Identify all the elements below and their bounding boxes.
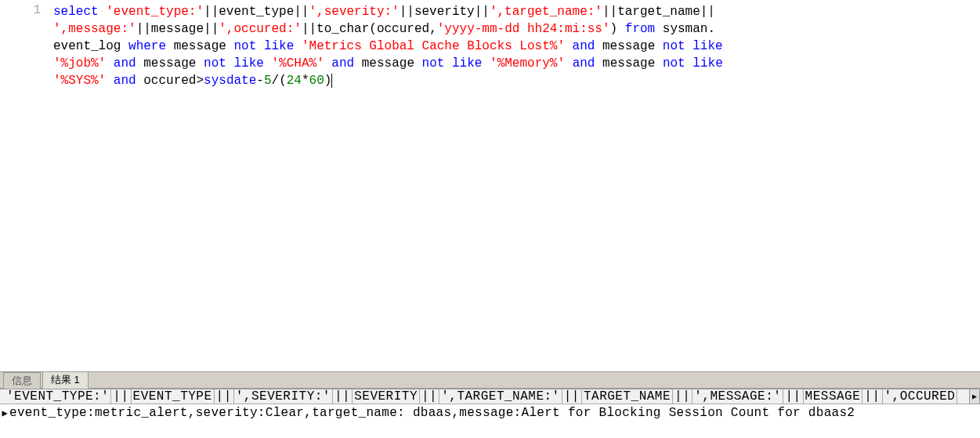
col-header[interactable]: ',SEVERITY:' [234,389,333,404]
col-header[interactable]: EVENT_TYPE [132,389,215,404]
str: ',message:' [53,22,136,36]
str: '%SYS%' [53,74,106,88]
str: '%job%' [53,56,106,71]
str: 'Metrics Global Cache Blocks Lost%' [302,39,565,53]
str: 'event_type:' [106,5,204,19]
scrollbar-right-icon[interactable]: ▶ [969,389,980,404]
col-header[interactable]: ',MESSAGE:' [693,389,783,404]
line-number: 1 [0,3,41,17]
str: ',occured:' [219,22,302,36]
col-header[interactable]: TARGET_NAME [582,389,673,404]
col-header[interactable]: SEVERITY [353,389,420,404]
col-header[interactable]: 'EVENT_TYPE:' [5,389,111,404]
row-marker-icon: ▶ [0,407,9,419]
sql-editor[interactable]: 1 select 'event_type:'||event_type||',se… [0,0,980,371]
str: '%CHA%' [272,56,324,71]
str: ',severity:' [309,5,399,19]
row-cell: event_type:metric_alert,severity:Clear,t… [9,406,855,420]
line-number-gutter: 1 [0,0,47,371]
results-tab-bar: 信息 结果 1 [0,371,980,389]
col-header[interactable]: ',OCCURED [883,389,958,404]
table-row[interactable]: ▶ event_type:metric_alert,severity:Clear… [0,404,980,422]
results-header-row: 'EVENT_TYPE:'||EVENT_TYPE||',SEVERITY:'|… [0,389,980,404]
kw-where: where [128,39,166,53]
results-grid[interactable]: 'EVENT_TYPE:'||EVENT_TYPE||',SEVERITY:'|… [0,389,980,422]
col-header[interactable]: MESSAGE [804,389,863,404]
code-content[interactable]: select 'event_type:'||event_type||',seve… [47,0,980,371]
tab-info[interactable]: 信息 [3,372,41,389]
str: 'yyyy-mm-dd hh24:mi:ss' [437,22,610,36]
text-cursor [331,74,332,88]
col-header[interactable]: ',TARGET_NAME:' [439,389,562,404]
kw-select: select [53,5,99,19]
str: '%Memory%' [490,56,565,71]
kw-from: from [625,22,655,36]
str: ',target_name:' [490,5,602,19]
tab-results-1[interactable]: 结果 1 [42,371,89,389]
